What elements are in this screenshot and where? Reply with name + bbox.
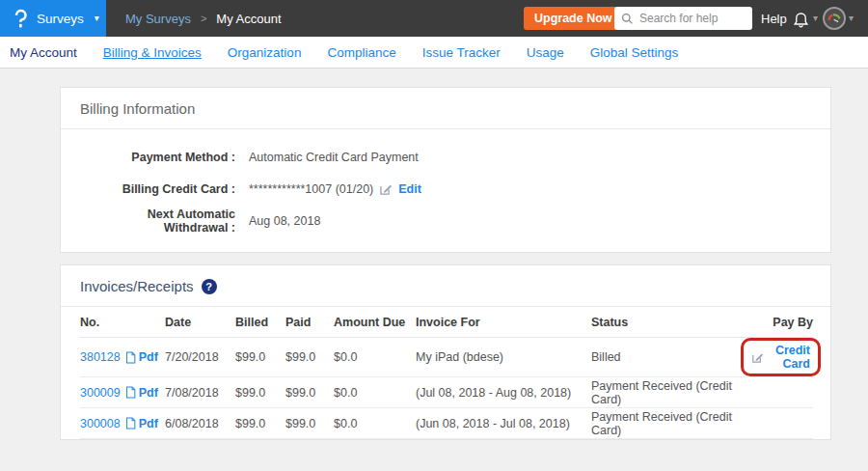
product-menu[interactable]: Surveys ▾ (0, 0, 106, 37)
invoices-receipts-panel: Invoices/Receipts ? No. Date Billed Paid… (60, 264, 831, 440)
search-icon (621, 13, 634, 25)
pay-by-credit-card-link[interactable]: Credit Card (769, 344, 810, 371)
invoice-number-link[interactable]: 300008 (80, 417, 121, 430)
payment-method-value: Automatic Credit Card Payment (249, 151, 419, 164)
invoice-date: 7/08/2018 (165, 377, 235, 408)
invoice-paid: $99.0 (285, 377, 334, 408)
billing-information-title: Billing Information (80, 100, 195, 117)
payment-method-row: Payment Method : Automatic Credit Card P… (61, 141, 830, 173)
pdf-label: Pdf (139, 417, 158, 430)
invoice-number-link[interactable]: 380128 (80, 350, 121, 364)
invoice-paid: $99.0 (285, 338, 334, 377)
help-question-icon[interactable]: ? (202, 279, 217, 294)
breadcrumb: My Surveys > My Account (125, 0, 282, 37)
pdf-file-icon (125, 386, 136, 399)
invoices-receipts-title: Invoices/Receipts (80, 278, 194, 294)
pay-by-credit-card-highlight[interactable]: Credit Card (741, 338, 821, 376)
next-withdrawal-row: Next Automatic Withdrawal : Aug 08, 2018 (61, 205, 830, 236)
billing-credit-card-value: ************1007 (01/20) (249, 182, 373, 196)
col-invoice-for: Invoice For (416, 307, 591, 338)
billing-credit-card-label: Billing Credit Card : (80, 182, 235, 196)
invoice-date: 6/08/2018 (165, 408, 235, 439)
chevron-down-icon: ▾ (849, 14, 854, 23)
pdf-link[interactable]: Pdf (125, 350, 158, 364)
invoice-for: (Jul 08, 2018 - Aug 08, 2018) (416, 377, 591, 408)
breadcrumb-separator-icon: > (201, 13, 206, 24)
tab-usage[interactable]: Usage (527, 45, 564, 60)
account-section-nav: My Account Billing & Invoices Organizati… (0, 37, 868, 69)
next-withdrawal-value: Aug 08, 2018 (249, 214, 320, 228)
main-content: Billing Information Payment Method : Aut… (0, 69, 868, 440)
tab-organization[interactable]: Organization (228, 45, 302, 60)
chevron-down-icon: ▾ (95, 14, 99, 23)
upgrade-now-button[interactable]: Upgrade Now (524, 7, 623, 30)
col-billed: Billed (235, 307, 285, 338)
invoice-billed: $99.0 (235, 408, 285, 439)
avatar (823, 7, 846, 30)
invoice-status: Billed (591, 338, 741, 377)
billing-information-panel: Billing Information Payment Method : Aut… (60, 87, 831, 253)
table-row: 300009 Pdf 7/08/2018 $99.0 (80, 377, 813, 408)
top-bar: Surveys ▾ My Surveys > My Account Upgrad… (0, 0, 868, 37)
pdf-link[interactable]: Pdf (125, 417, 158, 430)
pdf-file-icon (125, 417, 136, 429)
invoices-table: No. Date Billed Paid Amount Due Invoice … (80, 307, 813, 439)
invoice-status: Payment Received (Credit Card) (591, 377, 741, 408)
breadcrumb-parent[interactable]: My Surveys (125, 12, 191, 26)
edit-pencil-icon (751, 351, 764, 364)
col-date: Date (165, 307, 235, 338)
tab-billing-invoices[interactable]: Billing & Invoices (103, 45, 202, 60)
questionpro-logo-icon (13, 8, 28, 29)
invoice-amount-due: $0.0 (334, 377, 416, 408)
invoice-paid: $99.0 (285, 408, 334, 439)
tab-global-settings[interactable]: Global Settings (590, 45, 679, 60)
invoice-billed: $99.0 (235, 377, 285, 408)
billing-credit-card-row: Billing Credit Card : ************1007 (… (61, 173, 830, 205)
col-status: Status (591, 307, 741, 338)
chevron-down-icon: ▾ (813, 14, 818, 23)
invoice-amount-due: $0.0 (334, 338, 416, 377)
edit-credit-card-link[interactable]: Edit (398, 182, 421, 196)
invoice-date: 7/20/2018 (165, 338, 235, 377)
invoice-for: (Jun 08, 2018 - Jul 08, 2018) (416, 408, 591, 439)
tab-compliance[interactable]: Compliance (327, 45, 395, 60)
table-row: 300008 Pdf 6/08/2018 $99.0 (80, 408, 813, 439)
pdf-label: Pdf (139, 350, 158, 364)
invoice-number-link[interactable]: 300009 (80, 386, 121, 400)
tab-issue-tracker[interactable]: Issue Tracker (422, 45, 501, 60)
account-menu[interactable]: ▾ (823, 0, 854, 37)
payment-method-label: Payment Method : (80, 151, 235, 164)
notifications-menu[interactable]: ▾ (792, 0, 818, 37)
pdf-file-icon (125, 351, 136, 364)
edit-pencil-icon (379, 182, 393, 196)
invoice-billed: $99.0 (235, 338, 285, 377)
product-menu-label: Surveys (37, 12, 84, 26)
search-input[interactable] (639, 12, 746, 25)
bell-icon (792, 10, 810, 28)
next-withdrawal-label: Next Automatic Withdrawal : (80, 208, 235, 235)
tab-my-account[interactable]: My Account (10, 45, 77, 60)
breadcrumb-current: My Account (216, 12, 281, 26)
invoice-status: Payment Received (Credit Card) (591, 408, 741, 439)
pdf-link[interactable]: Pdf (125, 386, 158, 400)
col-pay-by: Pay By (741, 307, 813, 338)
help-search[interactable] (614, 7, 752, 30)
col-no: No. (80, 307, 165, 338)
col-amount-due: Amount Due (334, 307, 416, 338)
pdf-label: Pdf (139, 386, 158, 400)
table-row: 380128 Pdf 7/20/2018 $99.0 (80, 338, 813, 377)
invoice-amount-due: $0.0 (334, 408, 416, 439)
invoice-for: My iPad (bdese) (416, 338, 591, 377)
help-link[interactable]: Help (761, 0, 787, 37)
col-paid: Paid (285, 307, 334, 338)
